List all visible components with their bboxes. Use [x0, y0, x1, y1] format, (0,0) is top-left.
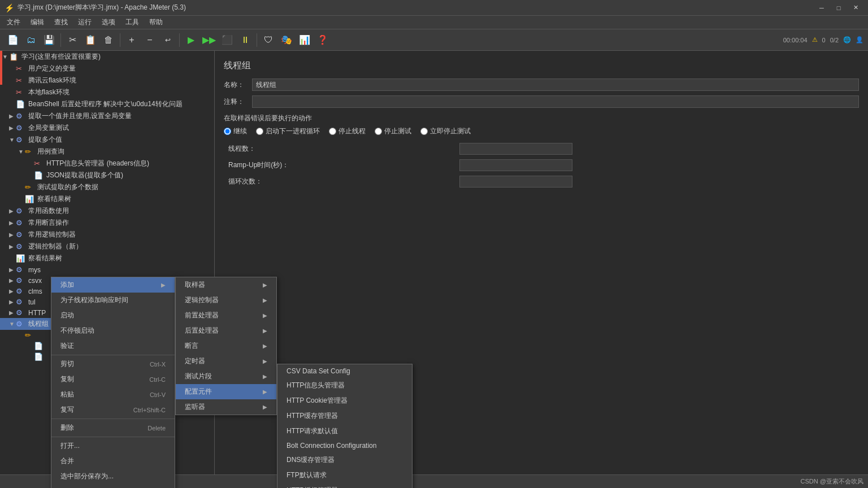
toolbar-open[interactable]: 🗂: [23, 32, 40, 49]
sub-pre-processor[interactable]: 前置处理器 ▶: [176, 308, 276, 323]
tree-root[interactable]: ▼ 📋 学习(这里有些设置很重要): [0, 51, 214, 63]
cfg-bolt[interactable]: Bolt Connection Configuration: [277, 439, 412, 452]
tree-mys[interactable]: ▶ ⚙ mys: [0, 264, 214, 275]
tree-icon: ✂: [16, 64, 26, 73]
ramp-input[interactable]: [459, 159, 572, 171]
ctx-sep3: [51, 437, 175, 437]
thread-count-row: 线程数：: [224, 141, 859, 157]
sub-config-element[interactable]: 配置元件 ▶: [176, 384, 276, 399]
cfg-ftp[interactable]: FTP默认请求: [277, 468, 412, 483]
ctx-add[interactable]: 添加 ▶: [51, 277, 175, 293]
toolbar-pause[interactable]: ⏸: [237, 32, 254, 49]
ctx-start-no-pause[interactable]: 不停顿启动: [51, 323, 175, 338]
cfg-csv[interactable]: CSV Data Set Config: [277, 364, 412, 378]
tree-use-case[interactable]: ▼ ✏ 用例查询: [0, 146, 214, 158]
radio-stop-now[interactable]: 立即停止测试: [420, 127, 471, 136]
sub-listener[interactable]: 监听器 ▶: [176, 399, 276, 415]
radio-stop-thread[interactable]: 停止线程: [329, 127, 366, 136]
cfg-http-defaults[interactable]: HTTP请求默认值: [277, 424, 412, 439]
tree-get-multi[interactable]: ▼ ⚙ 提取多个值: [0, 134, 214, 146]
tree-local[interactable]: ✂ 本地flask环境: [0, 86, 214, 98]
sub-post-processor[interactable]: 后置处理器 ▶: [176, 323, 276, 338]
tree-tencent[interactable]: ✂ 腾讯云flask环境: [0, 75, 214, 86]
ctx-save-selection[interactable]: 选中部分保存为...: [51, 469, 175, 484]
tree-test-multi[interactable]: ✏ 测试提取的多个数据: [0, 181, 214, 193]
tree-view-results1[interactable]: 📊 察看结果树: [0, 193, 214, 205]
toolbar-run[interactable]: ▶: [183, 32, 199, 49]
radio-next-loop[interactable]: 启动下一进程循环: [256, 127, 320, 136]
tree-arrow: ▶: [9, 288, 16, 294]
cfg-http-auth[interactable]: HTTP授权管理器: [277, 483, 412, 488]
action-section-title: 在取样器错误后要执行的动作: [224, 114, 859, 123]
menu-options[interactable]: 选项: [97, 16, 120, 28]
menu-bar: 文件 编辑 查找 运行 选项 工具 帮助: [0, 16, 868, 29]
tree-user-vars[interactable]: ✂ 用户定义的变量: [0, 63, 214, 75]
menu-help[interactable]: 帮助: [145, 16, 167, 28]
cfg-http-cache[interactable]: HTTP缓存管理器: [277, 408, 412, 424]
tree-http-header[interactable]: ✂ HTTP信息头管理器 (headers信息): [0, 158, 214, 169]
ctx-add-response-time[interactable]: 为子线程添加响应时间: [51, 293, 175, 308]
ctx-save-node-image[interactable]: 保存节点为图片 Ctrl-G: [51, 484, 175, 488]
toolbar-copy[interactable]: 📋: [82, 32, 99, 49]
sub-test-fragment[interactable]: 测试片段 ▶: [176, 369, 276, 384]
ctx-copy[interactable]: 复制 Ctrl-C: [51, 372, 175, 387]
radio-stop-test[interactable]: 停止测试: [375, 127, 411, 136]
sub-label: 前置处理器: [185, 311, 219, 320]
tree-logic-new[interactable]: ▶ ⚙ 逻辑控制器（新）: [0, 241, 214, 252]
ctx-open[interactable]: 打开...: [51, 438, 175, 454]
loop-input[interactable]: [459, 176, 572, 188]
cfg-http-cookie[interactable]: HTTP Cookie管理器: [277, 393, 412, 408]
ctx-validate[interactable]: 验证: [51, 338, 175, 354]
ctx-delete[interactable]: 删除 Delete: [51, 420, 175, 435]
tree-view-results2[interactable]: 📊 察看结果树: [0, 252, 214, 264]
ctx-cut[interactable]: 剪切 Ctrl-X: [51, 356, 175, 372]
tree-label: JSON提取器(提取多个值): [46, 171, 123, 180]
toolbar-user-icon: 👤: [856, 36, 863, 43]
ctx-paste[interactable]: 粘贴 Ctrl-V: [51, 387, 175, 402]
tree-common-ops[interactable]: ▶ ⚙ 常用断言操作: [0, 217, 214, 229]
radio-continue[interactable]: 继续: [224, 127, 247, 136]
sub-sampler[interactable]: 取样器 ▶: [176, 277, 276, 293]
toolbar-report[interactable]: 📊: [296, 32, 313, 49]
toolbar-cut[interactable]: ✂: [64, 32, 81, 49]
sub-arrow: ▶: [263, 282, 267, 288]
tree-common-ctrl[interactable]: ▶ ⚙ 常用逻辑控制器: [0, 229, 214, 241]
toolbar-expand[interactable]: +: [123, 32, 140, 49]
ctx-sep1: [51, 355, 175, 355]
tree-global-test[interactable]: ▶ ⚙ 全局变量测试: [0, 122, 214, 134]
sub-timer[interactable]: 定时器 ▶: [176, 354, 276, 369]
toolbar-delete[interactable]: 🗑: [100, 32, 117, 49]
toolbar-help[interactable]: ❓: [314, 32, 331, 49]
thread-count-input[interactable]: [459, 143, 572, 155]
toolbar-stop[interactable]: ⬛: [219, 32, 236, 49]
toolbar-magic[interactable]: 🎭: [278, 32, 295, 49]
ctx-duplicate[interactable]: 复写 Ctrl+Shift-C: [51, 402, 175, 417]
menu-edit[interactable]: 编辑: [26, 16, 49, 28]
toolbar-save[interactable]: 💾: [41, 32, 58, 49]
minimize-button[interactable]: ─: [814, 2, 830, 14]
tree-beanshell[interactable]: 📄 BeanShell 后置处理程序 解决中文\u0du14转化问题: [0, 98, 214, 110]
comment-input[interactable]: [252, 95, 859, 108]
menu-file[interactable]: 文件: [2, 16, 25, 28]
menu-tools[interactable]: 工具: [121, 16, 144, 28]
maximize-button[interactable]: □: [831, 2, 847, 14]
toolbar-new[interactable]: 📄: [5, 32, 21, 49]
toolbar-shield[interactable]: 🛡: [260, 32, 277, 49]
menu-run[interactable]: 运行: [73, 16, 96, 28]
menu-search[interactable]: 查找: [50, 16, 72, 28]
ctx-merge[interactable]: 合并: [51, 454, 175, 469]
toolbar-run-no-pause[interactable]: ▶▶: [201, 32, 218, 49]
sub-assertion[interactable]: 断言 ▶: [176, 338, 276, 354]
toolbar-collapse[interactable]: −: [141, 32, 158, 49]
toolbar-undo[interactable]: ↩: [159, 32, 176, 49]
name-input[interactable]: [252, 79, 859, 91]
tree-json-extractor[interactable]: 📄 JSON提取器(提取多个值): [0, 169, 214, 181]
cfg-http-header[interactable]: HTTP信息头管理器: [277, 378, 412, 393]
close-button[interactable]: ✕: [848, 2, 863, 14]
tree-common-func[interactable]: ▶ ⚙ 常用函数使用: [0, 205, 214, 217]
ctx-start[interactable]: 启动: [51, 308, 175, 323]
tree-get-value[interactable]: ▶ ⚙ 提取一个值并且使用,设置全局变量: [0, 110, 214, 122]
sub-logic-ctrl[interactable]: 逻辑控制器 ▶: [176, 293, 276, 308]
sub-label: 断言: [185, 341, 198, 351]
cfg-dns[interactable]: DNS缓存管理器: [277, 452, 412, 468]
